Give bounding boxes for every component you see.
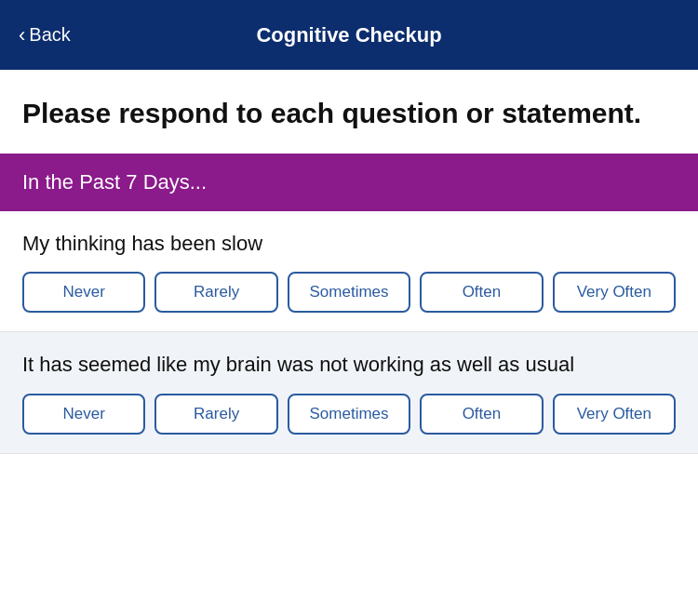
question-2-options: Never Rarely Sometimes Often Very Often: [22, 394, 676, 435]
app-header: ‹ Back Cognitive Checkup: [0, 0, 698, 70]
q1-option-never[interactable]: Never: [22, 272, 145, 313]
q1-option-often[interactable]: Often: [420, 272, 543, 313]
q1-option-rarely[interactable]: Rarely: [154, 272, 277, 313]
q2-option-very-often[interactable]: Very Often: [553, 394, 676, 435]
q2-option-often[interactable]: Often: [420, 394, 543, 435]
section-banner: In the Past 7 Days...: [0, 154, 698, 211]
instruction-section: Please respond to each question or state…: [0, 70, 698, 154]
question-block-2: It has seemed like my brain was not work…: [0, 332, 698, 454]
back-button[interactable]: ‹ Back: [19, 24, 71, 46]
q1-option-sometimes[interactable]: Sometimes: [288, 272, 410, 313]
question-1-text: My thinking has been slow: [22, 230, 676, 258]
instruction-text: Please respond to each question or state…: [22, 96, 676, 131]
question-block-1: My thinking has been slow Never Rarely S…: [0, 211, 698, 333]
page-title: Cognitive Checkup: [256, 23, 441, 47]
q2-option-sometimes[interactable]: Sometimes: [288, 394, 410, 435]
question-1-options: Never Rarely Sometimes Often Very Often: [22, 272, 676, 313]
q2-option-never[interactable]: Never: [22, 394, 145, 435]
q2-option-rarely[interactable]: Rarely: [154, 394, 277, 435]
section-banner-text: In the Past 7 Days...: [22, 170, 207, 194]
question-2-text: It has seemed like my brain was not work…: [22, 351, 676, 379]
back-label: Back: [29, 24, 70, 46]
q1-option-very-often[interactable]: Very Often: [553, 272, 676, 313]
back-chevron-icon: ‹: [19, 25, 25, 46]
